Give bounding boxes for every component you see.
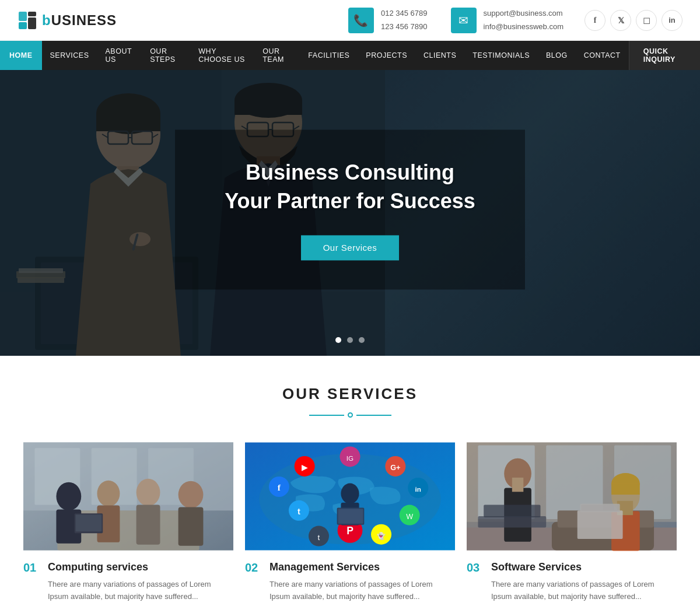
divider-dot	[348, 412, 353, 418]
service-card-2-info: 02 Management Services There are many va…	[245, 552, 455, 612]
service-card-3-info: 03 Software Services There are many vari…	[467, 552, 677, 612]
hero-section: Business Consulting Your Partner for Suc…	[0, 70, 700, 356]
section-divider	[23, 412, 677, 418]
linkedin-icon[interactable]: in	[662, 10, 682, 31]
service-card-1: 01 Computing services There are many var…	[23, 441, 233, 612]
svg-text:IG: IG	[346, 454, 354, 462]
hero-dot-2[interactable]	[347, 337, 353, 343]
facebook-icon[interactable]: f	[584, 10, 606, 31]
svg-text:f: f	[278, 482, 281, 492]
services-grid: 01 Computing services There are many var…	[23, 441, 677, 612]
logo-icon	[18, 9, 40, 31]
hero-dot-3[interactable]	[359, 337, 365, 343]
nav-why-choose-us[interactable]: WHY CHOOSE US	[190, 41, 254, 70]
email-addresses: support@business.com info@businessweb.co…	[484, 7, 564, 33]
svg-rect-3	[28, 17, 36, 29]
service-desc-2: There are many variations of passages of…	[270, 578, 455, 603]
nav-our-steps[interactable]: OUR STEPS	[142, 41, 190, 70]
svg-text:P: P	[346, 525, 354, 537]
svg-rect-2	[28, 12, 36, 16]
svg-text:G+: G+	[390, 464, 400, 472]
svg-text:▶: ▶	[302, 463, 308, 472]
service-card-2: P t f ▶ IG G+	[245, 441, 455, 612]
svg-rect-77	[338, 509, 363, 523]
phone-icon: 📞	[348, 8, 374, 33]
email-contact: ✉ support@business.com info@businessweb.…	[451, 7, 564, 33]
logo[interactable]: bUSINESS	[18, 9, 117, 31]
svg-rect-0	[19, 12, 27, 21]
social-icons-group: f 𝕏 ◻ in	[584, 10, 682, 31]
service-desc-3: There are many variations of passages of…	[491, 578, 677, 603]
services-section: OUR SERVICES	[0, 356, 700, 613]
hero-dot-1[interactable]	[335, 337, 341, 343]
nav-blog[interactable]: BLOG	[538, 41, 576, 70]
service-number-2: 02	[245, 561, 261, 575]
contact-group: 📞 012 345 6789 123 456 7890 ✉ support@bu…	[348, 7, 564, 33]
nav-about-us[interactable]: ABOUT US	[97, 41, 142, 70]
svg-text:W: W	[406, 513, 413, 521]
phone-numbers: 012 345 6789 123 456 7890	[381, 7, 428, 33]
svg-text:t: t	[298, 507, 300, 516]
nav-our-team[interactable]: OUR TEAM	[254, 41, 300, 70]
service-image-1	[23, 441, 233, 552]
service-number-1: 01	[23, 561, 40, 575]
divider-line-left	[309, 415, 344, 416]
svg-text:in: in	[415, 485, 421, 493]
svg-point-74	[341, 484, 359, 504]
svg-text:👻: 👻	[377, 532, 386, 540]
nav-contact[interactable]: CONTACT	[576, 41, 629, 70]
service-desc-1: There are many variations of passages of…	[48, 578, 233, 603]
twitter-icon[interactable]: 𝕏	[610, 10, 631, 31]
nav-home[interactable]: HOME	[0, 41, 42, 70]
nav-quick-inquiry[interactable]: QUICK INQUIRY	[629, 41, 700, 70]
logo-text: bUSINESS	[42, 12, 117, 29]
service-card-3: 03 Software Services There are many vari…	[467, 441, 677, 612]
service-name-3: Software Services	[491, 561, 677, 573]
top-bar: bUSINESS 📞 012 345 6789 123 456 7890 ✉ s…	[0, 0, 700, 41]
hero-content: Business Consulting Your Partner for Suc…	[175, 129, 525, 289]
svg-rect-51	[23, 443, 233, 551]
service-name-1: Computing services	[48, 561, 233, 573]
divider-line-right	[356, 415, 391, 416]
service-image-2: P t f ▶ IG G+	[245, 441, 455, 552]
hero-dots	[335, 337, 365, 343]
navbar: HOME SERVICES ABOUT US OUR STEPS WHY CHO…	[0, 41, 700, 70]
svg-rect-99	[467, 443, 677, 551]
service-number-3: 03	[467, 561, 483, 575]
hero-title: Business Consulting Your Partner for Suc…	[222, 159, 478, 215]
nav-projects[interactable]: PROJECTS	[358, 41, 415, 70]
services-title: OUR SERVICES	[23, 385, 677, 403]
email-icon: ✉	[451, 8, 477, 33]
nav-testimonials[interactable]: TESTIMONIALS	[464, 41, 538, 70]
instagram-icon[interactable]: ◻	[636, 10, 657, 31]
svg-text:t: t	[318, 533, 320, 542]
nav-services[interactable]: SERVICES	[42, 41, 97, 70]
svg-rect-1	[19, 22, 27, 29]
service-card-1-info: 01 Computing services There are many var…	[23, 552, 233, 612]
nav-facilities[interactable]: FACILITIES	[300, 41, 358, 70]
hero-cta-button[interactable]: Our Services	[301, 236, 400, 261]
service-image-3	[467, 441, 677, 552]
nav-clients[interactable]: CLIENTS	[415, 41, 464, 70]
service-name-2: Management Services	[270, 561, 455, 573]
phone-contact: 📞 012 345 6789 123 456 7890	[348, 7, 428, 33]
